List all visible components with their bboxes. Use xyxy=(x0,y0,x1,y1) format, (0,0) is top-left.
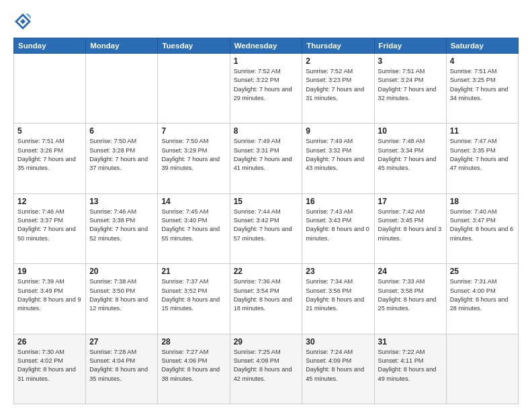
day-info: Sunrise: 7:33 AM Sunset: 3:58 PM Dayligh… xyxy=(378,277,443,313)
day-number: 28 xyxy=(161,337,226,347)
calendar-cell: 16Sunrise: 7:43 AM Sunset: 3:43 PM Dayli… xyxy=(302,193,374,263)
day-info: Sunrise: 7:42 AM Sunset: 3:45 PM Dayligh… xyxy=(378,208,443,243)
calendar-cell: 31Sunrise: 7:22 AM Sunset: 4:11 PM Dayli… xyxy=(374,334,446,404)
day-number: 5 xyxy=(17,126,82,136)
day-number: 21 xyxy=(161,267,226,276)
day-info: Sunrise: 7:27 AM Sunset: 4:06 PM Dayligh… xyxy=(161,348,226,383)
day-info: Sunrise: 7:25 AM Sunset: 4:08 PM Dayligh… xyxy=(234,348,299,383)
day-number: 6 xyxy=(89,126,154,136)
day-number: 11 xyxy=(450,126,515,136)
day-number: 10 xyxy=(378,126,443,136)
day-number: 12 xyxy=(17,197,82,206)
calendar-cell: 30Sunrise: 7:24 AM Sunset: 4:09 PM Dayli… xyxy=(302,334,374,404)
day-info: Sunrise: 7:40 AM Sunset: 3:47 PM Dayligh… xyxy=(450,208,515,243)
day-info: Sunrise: 7:30 AM Sunset: 4:02 PM Dayligh… xyxy=(17,348,82,383)
weekday-header-row: SundayMondayTuesdayWednesdayThursdayFrid… xyxy=(14,38,519,54)
day-info: Sunrise: 7:34 AM Sunset: 3:56 PM Dayligh… xyxy=(306,277,370,313)
day-number: 8 xyxy=(234,126,299,136)
day-number: 16 xyxy=(306,197,370,206)
calendar-cell xyxy=(158,54,230,124)
day-number: 20 xyxy=(89,267,154,276)
day-number: 18 xyxy=(450,197,515,206)
day-number: 3 xyxy=(378,56,443,66)
calendar-cell: 14Sunrise: 7:45 AM Sunset: 3:40 PM Dayli… xyxy=(158,193,230,263)
calendar-cell: 15Sunrise: 7:44 AM Sunset: 3:42 PM Dayli… xyxy=(230,193,302,263)
calendar-cell: 3Sunrise: 7:51 AM Sunset: 3:24 PM Daylig… xyxy=(374,54,446,124)
day-info: Sunrise: 7:44 AM Sunset: 3:42 PM Dayligh… xyxy=(234,208,299,243)
calendar-cell: 8Sunrise: 7:49 AM Sunset: 3:31 PM Daylig… xyxy=(230,124,302,193)
day-number: 2 xyxy=(306,56,370,66)
calendar-cell: 21Sunrise: 7:37 AM Sunset: 3:52 PM Dayli… xyxy=(158,264,230,334)
day-info: Sunrise: 7:49 AM Sunset: 3:32 PM Dayligh… xyxy=(306,137,370,173)
weekday-header-sunday: Sunday xyxy=(14,38,86,54)
day-number: 15 xyxy=(234,197,299,206)
week-row-2: 12Sunrise: 7:46 AM Sunset: 3:37 PM Dayli… xyxy=(14,193,519,263)
calendar-cell: 6Sunrise: 7:50 AM Sunset: 3:28 PM Daylig… xyxy=(86,124,158,193)
day-info: Sunrise: 7:52 AM Sunset: 3:23 PM Dayligh… xyxy=(306,67,370,103)
day-number: 23 xyxy=(306,267,370,276)
weekday-header-monday: Monday xyxy=(86,38,158,54)
calendar-cell: 29Sunrise: 7:25 AM Sunset: 4:08 PM Dayli… xyxy=(230,334,302,404)
calendar-cell: 20Sunrise: 7:38 AM Sunset: 3:50 PM Dayli… xyxy=(86,264,158,334)
day-number: 27 xyxy=(89,337,154,347)
day-number: 29 xyxy=(234,337,299,347)
day-number: 7 xyxy=(161,126,226,136)
calendar: SundayMondayTuesdayWednesdayThursdayFrid… xyxy=(13,38,519,404)
day-info: Sunrise: 7:37 AM Sunset: 3:52 PM Dayligh… xyxy=(161,277,226,313)
day-info: Sunrise: 7:50 AM Sunset: 3:28 PM Dayligh… xyxy=(89,137,154,173)
calendar-cell: 9Sunrise: 7:49 AM Sunset: 3:32 PM Daylig… xyxy=(302,124,374,193)
day-info: Sunrise: 7:47 AM Sunset: 3:35 PM Dayligh… xyxy=(450,137,515,173)
day-info: Sunrise: 7:31 AM Sunset: 4:00 PM Dayligh… xyxy=(450,277,515,313)
day-info: Sunrise: 7:49 AM Sunset: 3:31 PM Dayligh… xyxy=(234,137,299,173)
logo-icon xyxy=(13,12,32,31)
week-row-1: 5Sunrise: 7:51 AM Sunset: 3:26 PM Daylig… xyxy=(14,124,519,193)
calendar-cell: 7Sunrise: 7:50 AM Sunset: 3:29 PM Daylig… xyxy=(158,124,230,193)
calendar-cell: 24Sunrise: 7:33 AM Sunset: 3:58 PM Dayli… xyxy=(374,264,446,334)
day-info: Sunrise: 7:51 AM Sunset: 3:26 PM Dayligh… xyxy=(17,137,82,173)
week-row-4: 26Sunrise: 7:30 AM Sunset: 4:02 PM Dayli… xyxy=(14,334,519,404)
day-number: 19 xyxy=(17,267,82,276)
page: SundayMondayTuesdayWednesdayThursdayFrid… xyxy=(0,0,532,411)
calendar-cell: 23Sunrise: 7:34 AM Sunset: 3:56 PM Dayli… xyxy=(302,264,374,334)
calendar-cell: 17Sunrise: 7:42 AM Sunset: 3:45 PM Dayli… xyxy=(374,193,446,263)
day-number: 4 xyxy=(450,56,515,66)
day-info: Sunrise: 7:48 AM Sunset: 3:34 PM Dayligh… xyxy=(378,137,443,173)
weekday-header-friday: Friday xyxy=(374,38,446,54)
calendar-cell: 25Sunrise: 7:31 AM Sunset: 4:00 PM Dayli… xyxy=(446,264,518,334)
day-info: Sunrise: 7:22 AM Sunset: 4:11 PM Dayligh… xyxy=(378,348,443,383)
day-info: Sunrise: 7:50 AM Sunset: 3:29 PM Dayligh… xyxy=(161,137,226,173)
day-info: Sunrise: 7:24 AM Sunset: 4:09 PM Dayligh… xyxy=(306,348,370,383)
calendar-cell: 18Sunrise: 7:40 AM Sunset: 3:47 PM Dayli… xyxy=(446,193,518,263)
day-info: Sunrise: 7:28 AM Sunset: 4:04 PM Dayligh… xyxy=(89,348,154,383)
day-info: Sunrise: 7:38 AM Sunset: 3:50 PM Dayligh… xyxy=(89,277,154,313)
weekday-header-saturday: Saturday xyxy=(446,38,518,54)
day-number: 31 xyxy=(378,337,443,347)
calendar-cell: 19Sunrise: 7:39 AM Sunset: 3:49 PM Dayli… xyxy=(14,264,86,334)
day-info: Sunrise: 7:46 AM Sunset: 3:38 PM Dayligh… xyxy=(89,208,154,243)
calendar-cell: 27Sunrise: 7:28 AM Sunset: 4:04 PM Dayli… xyxy=(86,334,158,404)
day-number: 25 xyxy=(450,267,515,276)
calendar-cell: 5Sunrise: 7:51 AM Sunset: 3:26 PM Daylig… xyxy=(14,124,86,193)
calendar-cell: 28Sunrise: 7:27 AM Sunset: 4:06 PM Dayli… xyxy=(158,334,230,404)
day-number: 26 xyxy=(17,337,82,347)
day-info: Sunrise: 7:51 AM Sunset: 3:24 PM Dayligh… xyxy=(378,67,443,103)
week-row-0: 1Sunrise: 7:52 AM Sunset: 3:22 PM Daylig… xyxy=(14,54,519,124)
calendar-cell xyxy=(446,334,518,404)
calendar-cell: 12Sunrise: 7:46 AM Sunset: 3:37 PM Dayli… xyxy=(14,193,86,263)
calendar-cell: 22Sunrise: 7:36 AM Sunset: 3:54 PM Dayli… xyxy=(230,264,302,334)
logo xyxy=(13,12,35,31)
calendar-cell: 13Sunrise: 7:46 AM Sunset: 3:38 PM Dayli… xyxy=(86,193,158,263)
day-number: 17 xyxy=(378,197,443,206)
day-info: Sunrise: 7:52 AM Sunset: 3:22 PM Dayligh… xyxy=(234,67,299,103)
weekday-header-wednesday: Wednesday xyxy=(230,38,302,54)
calendar-cell: 4Sunrise: 7:51 AM Sunset: 3:25 PM Daylig… xyxy=(446,54,518,124)
day-number: 30 xyxy=(306,337,370,347)
day-number: 1 xyxy=(234,56,299,66)
day-number: 24 xyxy=(378,267,443,276)
day-info: Sunrise: 7:46 AM Sunset: 3:37 PM Dayligh… xyxy=(17,208,82,243)
day-info: Sunrise: 7:51 AM Sunset: 3:25 PM Dayligh… xyxy=(450,67,515,103)
day-info: Sunrise: 7:39 AM Sunset: 3:49 PM Dayligh… xyxy=(17,277,82,313)
calendar-cell: 2Sunrise: 7:52 AM Sunset: 3:23 PM Daylig… xyxy=(302,54,374,124)
week-row-3: 19Sunrise: 7:39 AM Sunset: 3:49 PM Dayli… xyxy=(14,264,519,334)
calendar-cell xyxy=(86,54,158,124)
